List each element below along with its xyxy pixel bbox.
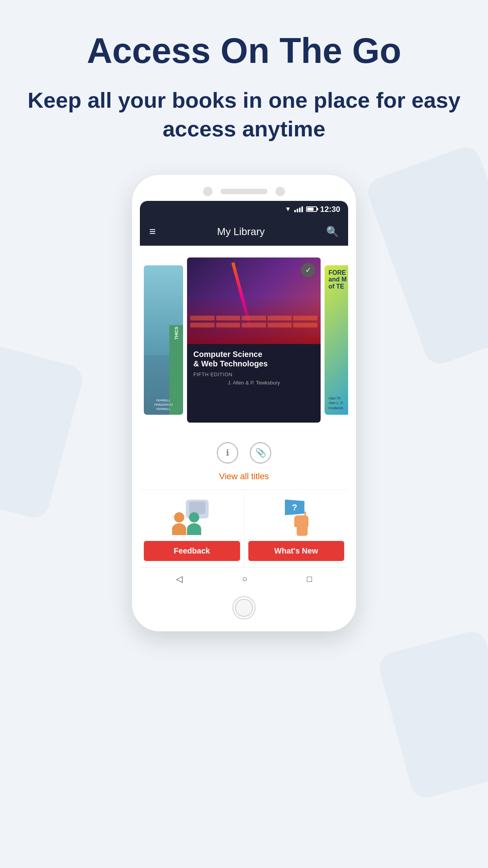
home-button[interactable] [232,596,256,620]
phone-speaker [220,189,268,194]
battery-fill [307,208,314,211]
center-book-edition: FIFTH EDITION [193,371,314,377]
key [268,323,292,327]
signal-bar-4 [301,206,303,212]
battery-icon [306,206,317,212]
center-book-text: Computer Science& Web Technologes FIFTH … [187,344,321,390]
right-book-authors: Alan ThAlan L. P.Frederick [328,396,348,411]
view-all-titles[interactable]: View all titles [140,471,348,489]
status-time: 12:30 [320,205,340,214]
feedback-button[interactable]: Feedback [144,541,240,561]
phone-mockup: ▼ 12:30 ≡ [132,175,356,631]
phone-screen: ▼ 12:30 ≡ [140,201,348,590]
signal-bar-1 [294,210,296,212]
subtitle: Keep all your books in one place for eas… [24,86,464,143]
book-cover-left: THICS FERRELLFRAEDRICHFERRELL [144,265,183,415]
recents-nav-icon[interactable]: □ [307,574,312,584]
books-section: THICS FERRELLFRAEDRICHFERRELL [140,246,348,434]
phone-navigation-bar: ◁ ○ □ [140,567,348,590]
whats-new-card: ? What's New [244,490,349,567]
person-teal [187,512,201,535]
arm [297,527,308,536]
whats-new-illustration-area: ? [279,498,314,537]
home-button-inner [235,599,253,617]
left-book-title-text: THICS [174,327,179,340]
key [216,316,240,320]
key [190,323,215,327]
key [293,323,317,327]
decorative-shape-bottom-right [376,628,488,801]
page-header: Access On The Go Keep all your books in … [0,0,488,159]
fist [294,515,308,527]
search-icon[interactable]: 🔍 [326,226,339,238]
books-carousel[interactable]: THICS FERRELLFRAEDRICHFERRELL [140,254,348,427]
phone-sensor [275,187,285,196]
key [242,323,266,327]
status-bar: ▼ 12:30 [140,201,348,218]
feedback-illustration-area [172,498,211,537]
person-orange [172,512,186,535]
signal-bar-2 [297,209,298,212]
home-nav-icon[interactable]: ○ [242,574,247,584]
main-title: Access On The Go [24,31,464,70]
signal-bar-3 [299,208,301,212]
status-icons: ▼ 12:30 [285,205,340,214]
book-cover-right: FOREand Mof TE Alan ThAlan L. P.Frederic… [325,265,348,415]
center-book-title: Computer Science& Web Technologes [193,349,314,368]
whats-new-illustration: ? [279,500,314,535]
info-icon-button[interactable]: ℹ [217,442,238,463]
left-book-authors: FERRELLFRAEDRICHFERRELL [144,398,183,412]
phone-camera [203,187,213,196]
phone-top-hardware [140,187,348,196]
keyboard-visual [187,313,321,344]
action-icons: ℹ 📎 [140,434,348,471]
wifi-icon: ▼ [285,206,291,213]
book-cover-image: ✓ [187,257,321,344]
feedback-card: Feedback [140,490,244,567]
phone-bottom-hardware [140,596,348,620]
flag-wave: ? [285,500,305,515]
hamburger-menu-icon[interactable]: ≡ [149,226,156,237]
whats-new-button[interactable]: What's New [248,541,345,561]
key [268,316,292,320]
checkmark-badge: ✓ [301,263,315,277]
key [293,316,317,320]
flag-question-mark: ? [292,502,297,513]
feedback-illustration [172,500,211,535]
book-card-center[interactable]: ✓ Computer Science& Web Technologes FIFT… [187,257,321,423]
toolbar-title: My Library [217,226,264,238]
book-card-left[interactable]: THICS FERRELLFRAEDRICHFERRELL [144,265,183,415]
back-nav-icon[interactable]: ◁ [176,574,183,584]
key-row-1 [190,316,317,320]
center-book-author: J. Allen & P. Tewksbury [193,380,314,386]
key [216,323,240,327]
key [190,316,215,320]
bottom-section: Feedback ? [140,489,348,567]
book-card-right[interactable]: FOREand Mof TE Alan ThAlan L. P.Frederic… [325,265,348,415]
right-book-title: FOREand Mof TE [328,269,348,290]
attachment-icon-button[interactable]: 📎 [250,442,271,463]
hand-shape [294,515,310,535]
key-row-2 [190,323,317,327]
phone-container: ▼ 12:30 ≡ [0,175,488,631]
key [242,316,266,320]
signal-bars-icon [294,206,303,212]
app-toolbar: ≡ My Library 🔍 [140,218,348,246]
